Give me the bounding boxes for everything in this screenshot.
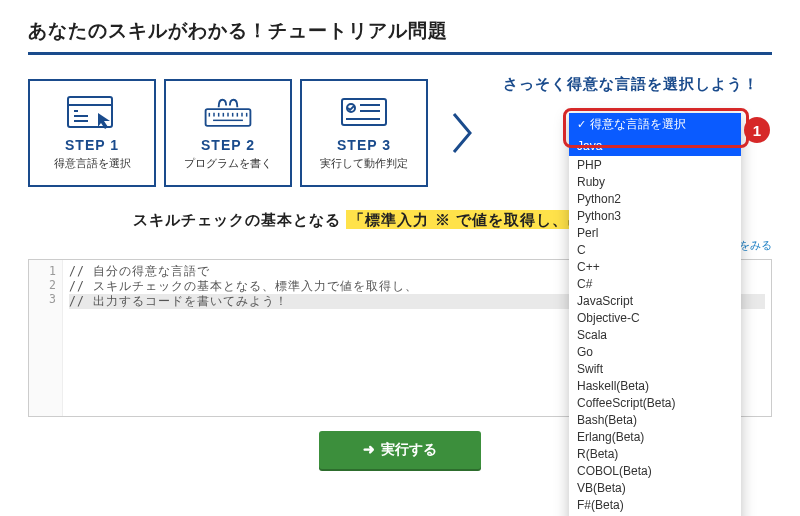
dropdown-item[interactable]: VB(Beta) (569, 479, 741, 496)
dropdown-item[interactable]: Ruby (569, 173, 741, 190)
dropdown-item-hover[interactable]: Java (569, 136, 741, 156)
dropdown-selected[interactable]: ✓ 得意な言語を選択 (569, 113, 741, 136)
steps-row: STEP 1 得意言語を選択 STEP 2 プログラムを書く STEP 3 実行… (28, 79, 490, 187)
line-number: 1 (29, 264, 56, 278)
subhead-pre: スキルチェックの基本となる (133, 211, 341, 228)
dropdown-item[interactable]: C (569, 241, 741, 258)
chevron-right-icon (446, 79, 480, 187)
dropdown-item[interactable]: COBOL(Beta) (569, 462, 741, 479)
step-1-card: STEP 1 得意言語を選択 (28, 79, 156, 187)
step-2-card: STEP 2 プログラムを書く (164, 79, 292, 187)
dropdown-item[interactable]: Python3 (569, 207, 741, 224)
step-1-desc: 得意言語を選択 (54, 156, 131, 171)
step-3-desc: 実行して動作判定 (320, 156, 408, 171)
svg-rect-2 (206, 109, 251, 126)
step-3-card: STEP 3 実行して動作判定 (300, 79, 428, 187)
dropdown-item[interactable]: C# (569, 275, 741, 292)
cta-text: さっそく得意な言語を選択しよう！ (490, 75, 772, 94)
line-gutter: 1 2 3 (29, 260, 63, 416)
dropdown-selected-label: 得意な言語を選択 (590, 116, 686, 133)
line-number: 3 (29, 292, 56, 306)
dropdown-item[interactable]: F#(Beta) (569, 496, 741, 513)
dropdown-item[interactable]: Go (569, 343, 741, 360)
line-number: 2 (29, 278, 56, 292)
dropdown-item[interactable]: Python2 (569, 190, 741, 207)
select-lang-icon (64, 91, 120, 131)
dropdown-item[interactable]: CoffeeScript(Beta) (569, 394, 741, 411)
dropdown-item[interactable]: PHP (569, 156, 741, 173)
step-2-name: STEP 2 (201, 137, 255, 153)
dropdown-item[interactable]: JavaScript (569, 292, 741, 309)
dropdown-item[interactable]: Bash(Beta) (569, 411, 741, 428)
keyboard-icon (200, 91, 256, 131)
dropdown-item[interactable]: Perl (569, 224, 741, 241)
step-2-desc: プログラムを書く (184, 156, 272, 171)
dropdown-item[interactable]: Haskell(Beta) (569, 377, 741, 394)
dropdown-item[interactable]: Erlang(Beta) (569, 428, 741, 445)
run-check-icon (336, 91, 392, 131)
run-button-label: 実行する (381, 441, 437, 457)
dropdown-item[interactable]: R(Beta) (569, 445, 741, 462)
step-1-name: STEP 1 (65, 137, 119, 153)
page-title: あなたのスキルがわかる！チュートリアル問題 (28, 18, 772, 55)
dropdown-list: PHPRubyPython2Python3PerlCC++C#JavaScrip… (569, 156, 741, 516)
language-select-dropdown[interactable]: ✓ 得意な言語を選択 Java PHPRubyPython2Python3Per… (569, 113, 741, 516)
select-lang-prompt: さっそく得意な言語を選択しよう！ (490, 79, 772, 104)
run-button[interactable]: ➜実行する (319, 431, 481, 469)
dropdown-item[interactable]: Swift (569, 360, 741, 377)
check-icon: ✓ (577, 118, 586, 131)
dropdown-item[interactable]: C++ (569, 258, 741, 275)
run-arrow-icon: ➜ (363, 441, 375, 457)
dropdown-item[interactable]: Objective-C (569, 309, 741, 326)
step-3-name: STEP 3 (337, 137, 391, 153)
dropdown-item[interactable]: Scala (569, 326, 741, 343)
